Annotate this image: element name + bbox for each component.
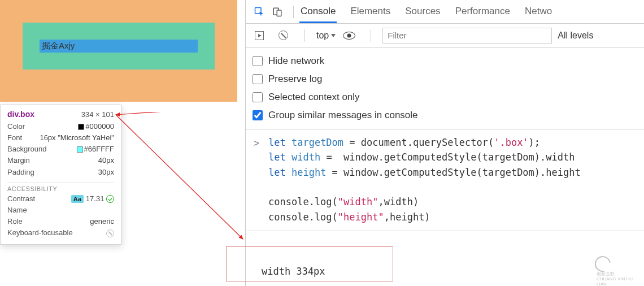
tooltip-color-label: Color xyxy=(7,121,25,132)
console-log-output: width 334px height 101px xyxy=(246,231,644,286)
forbid-icon xyxy=(106,229,114,237)
tooltip-font-value: 16px "Microsoft YaHei" xyxy=(40,132,114,144)
log-levels-selector[interactable]: All levels xyxy=(558,31,593,41)
console-output: > let targetDom = document.querySelector… xyxy=(246,129,644,286)
box-element[interactable]: 掘金Axjy xyxy=(23,23,215,70)
hide-network-checkbox[interactable]: Hide network xyxy=(253,52,637,70)
console-settings: Hide network Preserve log Selected conte… xyxy=(246,47,644,129)
rendered-page-preview: 掘金Axjy xyxy=(0,0,237,102)
tooltip-dimensions: 334 × 101 xyxy=(81,110,114,119)
watermark-logo: 创新互联CHUANG XIN HU LIAN xyxy=(595,256,637,276)
tooltip-selector: div.box xyxy=(7,110,34,119)
tooltip-margin-value: 40px xyxy=(98,155,114,166)
tooltip-role-label: Role xyxy=(7,216,23,227)
tab-elements[interactable]: Elements xyxy=(349,1,391,23)
svg-line-1 xyxy=(116,112,237,115)
clear-icon xyxy=(279,31,288,40)
svg-line-2 xyxy=(116,115,243,239)
tooltip-bg-value: #66FFFF xyxy=(77,144,114,155)
log-line-width: width 334px xyxy=(262,264,628,279)
check-icon xyxy=(106,195,114,203)
tab-network[interactable]: Netwo xyxy=(524,1,553,23)
inspect-element-button[interactable] xyxy=(251,4,267,20)
device-toggle-button[interactable] xyxy=(269,4,285,20)
tooltip-contrast-value: Aa17.31 xyxy=(71,193,114,205)
devtools-panel: Console Elements Sources Performance Net… xyxy=(245,0,644,286)
console-toolbar: top All levels xyxy=(246,24,644,47)
tooltip-focusable-label: Keyboard-focusable xyxy=(7,227,73,239)
show-console-sidebar-button[interactable] xyxy=(251,28,267,44)
execute-icon xyxy=(255,31,264,40)
tooltip-accessibility-title: ACCESSIBILITY xyxy=(7,185,114,192)
inspector-tooltip: div.box 334 × 101 Color #000000 Font 16p… xyxy=(0,105,121,245)
devtools-tabbar: Console Elements Sources Performance Net… xyxy=(246,0,644,24)
annotation-arrows xyxy=(110,112,246,242)
tab-sources[interactable]: Sources xyxy=(404,1,441,23)
contrast-aa-chip: Aa xyxy=(71,195,84,203)
tooltip-bg-label: Background xyxy=(7,144,46,155)
preserve-log-checkbox[interactable]: Preserve log xyxy=(253,70,637,88)
device-icon xyxy=(272,7,282,17)
clear-console-button[interactable] xyxy=(275,28,291,44)
tooltip-focusable-value xyxy=(106,227,114,239)
tab-performance[interactable]: Performance xyxy=(454,1,511,23)
tooltip-font-label: Font xyxy=(7,132,22,144)
context-selector[interactable]: top xyxy=(316,31,336,41)
tooltip-name-label: Name xyxy=(7,205,27,216)
selected-context-checkbox[interactable]: Selected context only xyxy=(253,88,637,106)
tooltip-color-value: #000000 xyxy=(78,121,114,132)
eye-icon xyxy=(343,32,355,40)
chevron-down-icon xyxy=(331,34,336,37)
tooltip-padding-label: Padding xyxy=(7,167,34,178)
tooltip-role-value: generic xyxy=(90,216,114,227)
svg-rect-5 xyxy=(277,10,281,16)
tab-console[interactable]: Console xyxy=(299,1,337,23)
group-similar-checkbox[interactable]: Group similar messages in console xyxy=(253,106,637,124)
live-expression-button[interactable] xyxy=(341,28,357,44)
console-prompt-icon: > xyxy=(254,136,259,150)
devtools-tabs: Console Elements Sources Performance Net… xyxy=(299,1,553,23)
console-input-block[interactable]: > let targetDom = document.querySelector… xyxy=(246,129,644,231)
filter-input[interactable] xyxy=(382,28,552,44)
tooltip-contrast-label: Contrast xyxy=(7,193,35,205)
box-inner-text: 掘金Axjy xyxy=(40,40,198,53)
tooltip-margin-label: Margin xyxy=(7,155,30,166)
tooltip-padding-value: 30px xyxy=(98,167,114,178)
inspect-icon xyxy=(254,7,264,17)
